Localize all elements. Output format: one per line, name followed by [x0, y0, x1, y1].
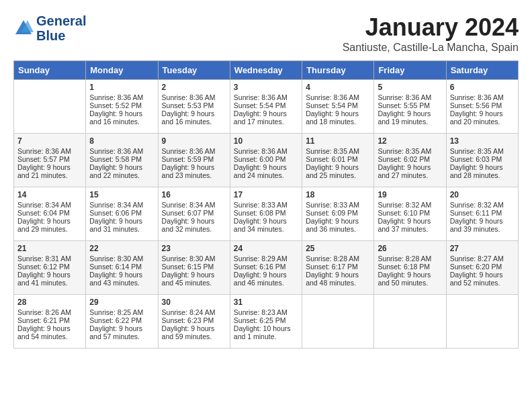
sunrise-text: Sunrise: 8:33 AM: [234, 201, 298, 209]
day-header-row: SundayMondayTuesdayWednesdayThursdayFrid…: [14, 61, 519, 80]
calendar-cell: 18Sunrise: 8:33 AMSunset: 6:09 PMDayligh…: [302, 187, 374, 241]
day-number: 31: [234, 298, 298, 307]
sunrise-text: Sunrise: 8:25 AM: [89, 308, 154, 316]
daylight-text: Daylight: 9 hours and 46 minutes.: [234, 271, 298, 287]
day-number: 6: [450, 83, 515, 92]
sunrise-text: Sunrise: 8:32 AM: [450, 201, 515, 209]
calendar-cell: 9Sunrise: 8:36 AMSunset: 5:59 PMDaylight…: [158, 134, 230, 187]
sunset-text: Sunset: 6:02 PM: [378, 155, 442, 163]
sunset-text: Sunset: 5:53 PM: [162, 101, 226, 109]
sunset-text: Sunset: 6:00 PM: [234, 155, 298, 163]
sunset-text: Sunset: 5:58 PM: [89, 155, 154, 163]
calendar-cell: 3Sunrise: 8:36 AMSunset: 5:54 PMDaylight…: [230, 80, 302, 134]
day-number: 18: [306, 190, 370, 199]
sunrise-text: Sunrise: 8:34 AM: [17, 201, 82, 209]
daylight-text: Daylight: 9 hours and 39 minutes.: [450, 217, 515, 233]
sunrise-text: Sunrise: 8:34 AM: [162, 201, 226, 209]
daylight-text: Daylight: 9 hours and 43 minutes.: [89, 271, 154, 287]
sunrise-text: Sunrise: 8:36 AM: [450, 93, 515, 101]
calendar-cell: 15Sunrise: 8:34 AMSunset: 6:06 PMDayligh…: [86, 187, 158, 241]
calendar-cell: 27Sunrise: 8:27 AMSunset: 6:20 PMDayligh…: [446, 241, 518, 295]
sunrise-text: Sunrise: 8:36 AM: [306, 93, 370, 101]
page-header: General Blue January 2024 Santiuste, Cas…: [13, 13, 519, 54]
calendar-cell: 10Sunrise: 8:36 AMSunset: 6:00 PMDayligh…: [230, 134, 302, 187]
sunrise-text: Sunrise: 8:30 AM: [162, 255, 226, 263]
sunset-text: Sunset: 5:54 PM: [306, 101, 370, 109]
day-header-saturday: Saturday: [446, 61, 518, 80]
day-number: 23: [162, 244, 226, 253]
calendar-cell: 2Sunrise: 8:36 AMSunset: 5:53 PMDaylight…: [158, 80, 230, 134]
daylight-text: Daylight: 9 hours and 20 minutes.: [450, 109, 515, 126]
day-number: 27: [450, 244, 515, 253]
location-subtitle: Santiuste, Castille-La Mancha, Spain: [343, 42, 519, 54]
sunset-text: Sunset: 5:57 PM: [17, 155, 82, 163]
sunrise-text: Sunrise: 8:33 AM: [306, 201, 370, 209]
day-number: 29: [89, 298, 154, 307]
sunset-text: Sunset: 6:15 PM: [162, 263, 226, 271]
sunset-text: Sunset: 6:20 PM: [450, 263, 515, 271]
sunrise-text: Sunrise: 8:28 AM: [378, 255, 442, 263]
sunset-text: Sunset: 5:56 PM: [450, 101, 515, 109]
daylight-text: Daylight: 9 hours and 45 minutes.: [162, 271, 226, 287]
day-number: 30: [162, 298, 226, 307]
logo: General Blue: [13, 13, 86, 43]
day-number: 13: [450, 136, 515, 146]
daylight-text: Daylight: 9 hours and 22 minutes.: [89, 163, 154, 179]
calendar-cell: [14, 80, 86, 134]
daylight-text: Daylight: 9 hours and 41 minutes.: [17, 271, 82, 287]
daylight-text: Daylight: 9 hours and 31 minutes.: [89, 217, 154, 233]
sunset-text: Sunset: 6:08 PM: [234, 209, 298, 217]
daylight-text: Daylight: 9 hours and 27 minutes.: [378, 163, 442, 179]
week-row-3: 14Sunrise: 8:34 AMSunset: 6:04 PMDayligh…: [14, 187, 519, 241]
day-number: 19: [378, 190, 442, 199]
day-number: 1: [89, 83, 154, 92]
logo-line1: General: [36, 13, 86, 28]
calendar-cell: 28Sunrise: 8:26 AMSunset: 6:21 PMDayligh…: [14, 295, 86, 349]
sunrise-text: Sunrise: 8:36 AM: [89, 93, 154, 101]
day-number: 12: [378, 136, 442, 146]
sunset-text: Sunset: 6:04 PM: [17, 209, 82, 217]
sunrise-text: Sunrise: 8:35 AM: [306, 147, 370, 155]
day-header-wednesday: Wednesday: [230, 61, 302, 80]
sunset-text: Sunset: 6:23 PM: [162, 316, 226, 324]
day-number: 5: [378, 83, 442, 92]
sunset-text: Sunset: 6:03 PM: [450, 155, 515, 163]
sunrise-text: Sunrise: 8:35 AM: [378, 147, 442, 155]
calendar-cell: 6Sunrise: 8:36 AMSunset: 5:56 PMDaylight…: [446, 80, 518, 134]
day-number: 9: [162, 136, 226, 146]
daylight-text: Daylight: 9 hours and 29 minutes.: [17, 217, 82, 233]
sunset-text: Sunset: 6:14 PM: [89, 263, 154, 271]
calendar-cell: [302, 295, 374, 349]
calendar-cell: [374, 295, 446, 349]
calendar-cell: 31Sunrise: 8:23 AMSunset: 6:25 PMDayligh…: [230, 295, 302, 349]
sunrise-text: Sunrise: 8:36 AM: [234, 93, 298, 101]
month-title: January 2024: [343, 13, 519, 42]
day-number: 25: [306, 244, 370, 253]
sunrise-text: Sunrise: 8:36 AM: [162, 147, 226, 155]
sunset-text: Sunset: 5:52 PM: [89, 101, 154, 109]
calendar-table: SundayMondayTuesdayWednesdayThursdayFrid…: [13, 60, 519, 349]
daylight-text: Daylight: 9 hours and 54 minutes.: [17, 324, 82, 340]
calendar-cell: 29Sunrise: 8:25 AMSunset: 6:22 PMDayligh…: [86, 295, 158, 349]
sunset-text: Sunset: 5:59 PM: [162, 155, 226, 163]
sunrise-text: Sunrise: 8:32 AM: [378, 201, 442, 209]
day-number: 26: [378, 244, 442, 253]
daylight-text: Daylight: 10 hours and 1 minute.: [234, 324, 298, 340]
sunrise-text: Sunrise: 8:36 AM: [89, 147, 154, 155]
daylight-text: Daylight: 9 hours and 57 minutes.: [89, 324, 154, 340]
calendar-cell: 20Sunrise: 8:32 AMSunset: 6:11 PMDayligh…: [446, 187, 518, 241]
day-number: 22: [89, 244, 154, 253]
calendar-cell: 26Sunrise: 8:28 AMSunset: 6:18 PMDayligh…: [374, 241, 446, 295]
sunrise-text: Sunrise: 8:36 AM: [17, 147, 82, 155]
day-number: 2: [162, 83, 226, 92]
calendar-cell: 22Sunrise: 8:30 AMSunset: 6:14 PMDayligh…: [86, 241, 158, 295]
day-number: 21: [17, 244, 82, 253]
daylight-text: Daylight: 9 hours and 37 minutes.: [378, 217, 442, 233]
week-row-4: 21Sunrise: 8:31 AMSunset: 6:12 PMDayligh…: [14, 241, 519, 295]
day-number: 28: [17, 298, 82, 307]
daylight-text: Daylight: 9 hours and 19 minutes.: [378, 109, 442, 126]
week-row-2: 7Sunrise: 8:36 AMSunset: 5:57 PMDaylight…: [14, 134, 519, 187]
day-number: 15: [89, 190, 154, 199]
sunset-text: Sunset: 5:54 PM: [234, 101, 298, 109]
sunrise-text: Sunrise: 8:36 AM: [234, 147, 298, 155]
